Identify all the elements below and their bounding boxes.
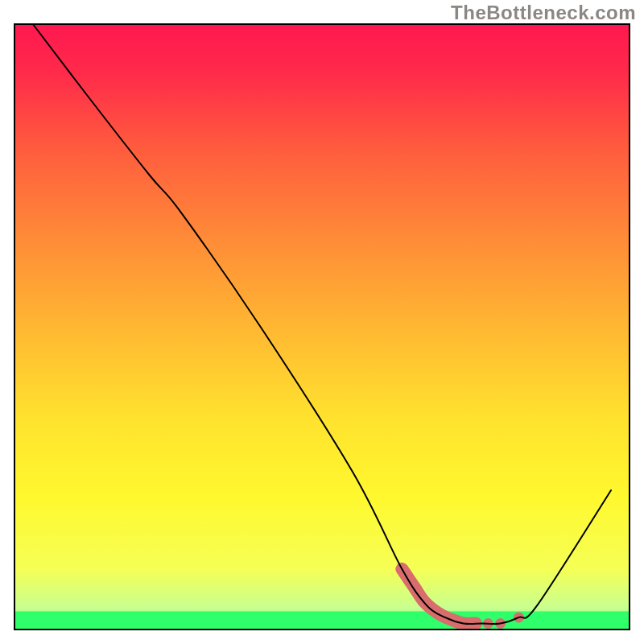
green-zero-band xyxy=(14,611,630,630)
chart-stage: TheBottleneck.com xyxy=(0,0,644,644)
watermark-text: TheBottleneck.com xyxy=(451,2,636,24)
gradient-background xyxy=(14,24,630,630)
bottleneck-chart xyxy=(0,0,644,644)
